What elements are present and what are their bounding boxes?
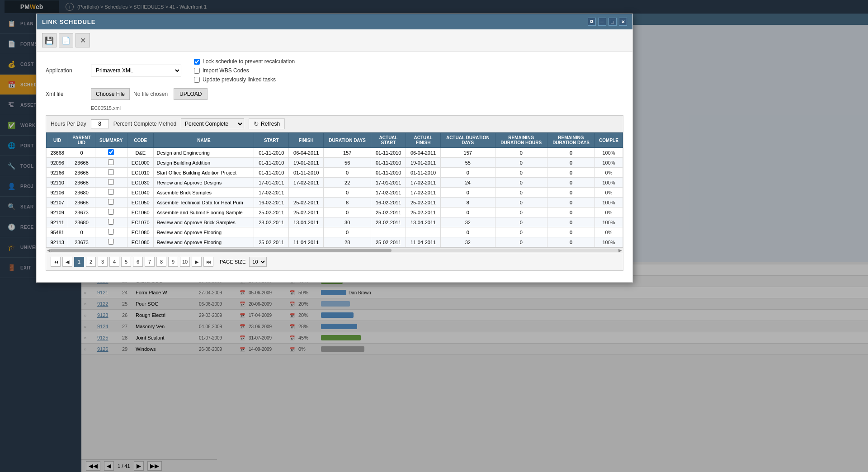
schedule-data-table: UID PARENTUID SUMMARY CODE NAME START FI… — [46, 132, 623, 247]
page-size-select[interactable]: 10 25 50 — [249, 257, 267, 267]
col-actual-duration: ACTUAL DURATIONDAYS — [440, 133, 495, 148]
cell-uid: 92096 — [47, 158, 68, 168]
page-10-btn[interactable]: 10 — [180, 257, 190, 267]
page-size-label: PAGE SIZE — [220, 259, 245, 264]
summary-checkbox[interactable] — [108, 169, 114, 175]
cell-start: 16-02-2011 — [254, 198, 289, 208]
page-5-btn[interactable]: 5 — [121, 257, 131, 267]
page-6-btn[interactable]: 6 — [133, 257, 143, 267]
page-7-btn[interactable]: 7 — [145, 257, 155, 267]
cell-rem-hours: 0 — [495, 158, 547, 168]
cell-duration: 22 — [324, 178, 371, 188]
scroll-left-btn[interactable]: ◀ — [47, 248, 51, 253]
horizontal-scrollbar[interactable]: ◀ ▶ — [46, 247, 623, 253]
cell-rem-days: 0 — [547, 217, 594, 227]
update-tasks-checkbox[interactable] — [194, 77, 200, 83]
import-wbs-checkbox[interactable] — [194, 68, 200, 74]
page-2-btn[interactable]: 2 — [86, 257, 96, 267]
cell-actual-duration: 24 — [440, 178, 495, 188]
modal-title-controls: ⧉ ─ □ ✕ — [588, 18, 627, 26]
cell-actual-duration: 0 — [440, 168, 495, 178]
page-8-btn[interactable]: 8 — [156, 257, 166, 267]
cell-parent: 23668 — [68, 158, 95, 168]
modal-maximize-btn[interactable]: □ — [609, 18, 617, 26]
table-header-row: UID PARENTUID SUMMARY CODE NAME START FI… — [47, 133, 623, 148]
cell-actual-start: 01-11-2010 — [371, 148, 406, 158]
cell-code: EC1070 — [127, 217, 154, 227]
cell-actual-duration: 8 — [440, 198, 495, 208]
cell-uid: 95481 — [47, 227, 68, 237]
table-row: 23668 0 D&E Design and Engineering 01-11… — [47, 148, 623, 158]
modal-close-btn[interactable]: ✕ — [619, 18, 627, 26]
cell-rem-days: 0 — [547, 168, 594, 178]
cell-complete: 0% — [595, 208, 623, 217]
cell-uid: 92111 — [47, 217, 68, 227]
cell-code: EC1080 — [127, 237, 154, 247]
page-9-btn[interactable]: 9 — [168, 257, 178, 267]
prev-page-btn[interactable]: ◀ — [62, 257, 72, 267]
cell-code: EC1050 — [127, 198, 154, 208]
hours-per-day-input[interactable] — [91, 119, 109, 128]
cell-actual-finish: 17-02-2011 — [406, 188, 441, 198]
refresh-button[interactable]: ↻ Refresh — [249, 118, 285, 129]
cell-start: 01-11-2010 — [254, 168, 289, 178]
cell-complete: 100% — [595, 198, 623, 208]
cell-rem-days: 0 — [547, 198, 594, 208]
table-row: 95481 0 EC1080 Review and Approve Floori… — [47, 227, 623, 237]
page-1-btn[interactable]: 1 — [74, 257, 84, 267]
cell-start: 01-11-2010 — [254, 148, 289, 158]
cell-code: EC1000 — [127, 158, 154, 168]
cell-actual-finish: 17-02-2011 — [406, 178, 441, 188]
cancel-button[interactable]: ✕ — [75, 33, 90, 47]
modal-restore-btn[interactable]: ⧉ — [588, 18, 596, 26]
scroll-right-btn[interactable]: ▶ — [618, 248, 622, 253]
summary-checkbox[interactable] — [108, 209, 114, 215]
cell-rem-days: 0 — [547, 158, 594, 168]
first-page-btn[interactable]: ⏮ — [51, 257, 61, 267]
cell-start: 25-02-2011 — [254, 208, 289, 217]
cell-complete: 100% — [595, 217, 623, 227]
table-scroll-container[interactable]: UID PARENTUID SUMMARY CODE NAME START FI… — [46, 132, 623, 247]
cell-duration: 8 — [324, 198, 371, 208]
lock-schedule-label: Lock schedule to prevent recalculation — [203, 58, 295, 65]
summary-checkbox[interactable] — [108, 189, 114, 195]
upload-button[interactable]: UPLOAD — [174, 88, 208, 100]
cell-actual-duration: 0 — [440, 208, 495, 217]
cell-uid: 92166 — [47, 168, 68, 178]
summary-checkbox[interactable] — [108, 149, 114, 155]
scroll-thumb[interactable] — [51, 249, 392, 252]
application-select[interactable]: Primavera XML — [91, 65, 181, 76]
data-grid-container: Hours Per Day Percent Complete Method Pe… — [46, 115, 623, 271]
new-button[interactable]: 📄 — [59, 33, 73, 47]
cell-name: Assemble and Submit Flooring Sample — [154, 208, 254, 217]
cell-uid: 92106 — [47, 188, 68, 198]
save-button[interactable]: 💾 — [42, 33, 57, 47]
cell-summary — [95, 227, 127, 237]
xml-file-control: Choose File No file chosen UPLOAD — [91, 88, 208, 100]
refresh-icon: ↻ — [254, 120, 259, 127]
application-label: Application — [46, 67, 91, 74]
modal-minimize-btn[interactable]: ─ — [598, 18, 606, 26]
page-4-btn[interactable]: 4 — [109, 257, 119, 267]
cell-name: Assemble Technical Data for Heat Pum — [154, 198, 254, 208]
summary-checkbox[interactable] — [108, 179, 114, 185]
cell-complete: 0% — [595, 168, 623, 178]
summary-checkbox[interactable] — [108, 199, 114, 205]
lock-schedule-checkbox[interactable] — [194, 59, 200, 65]
page-3-btn[interactable]: 3 — [98, 257, 108, 267]
summary-checkbox[interactable] — [108, 229, 114, 235]
cell-parent: 23668 — [68, 178, 95, 188]
summary-checkbox[interactable] — [108, 239, 114, 245]
modal-body: Application Primavera XML Lock schedule … — [37, 52, 632, 282]
cell-rem-hours: 0 — [495, 217, 547, 227]
scroll-track[interactable] — [51, 249, 618, 252]
choose-file-button[interactable]: Choose File — [91, 88, 130, 100]
import-wbs-label: Import WBS Codes — [203, 67, 249, 74]
summary-checkbox[interactable] — [108, 219, 114, 225]
pct-complete-method-select[interactable]: Percent Complete — [181, 118, 244, 129]
next-page-btn[interactable]: ▶ — [192, 257, 202, 267]
cell-actual-finish: 06-04-2011 — [406, 148, 441, 158]
col-actual-start: ACTUALSTART — [371, 133, 406, 148]
last-page-btn[interactable]: ⏭ — [203, 257, 213, 267]
summary-checkbox[interactable] — [108, 159, 114, 165]
